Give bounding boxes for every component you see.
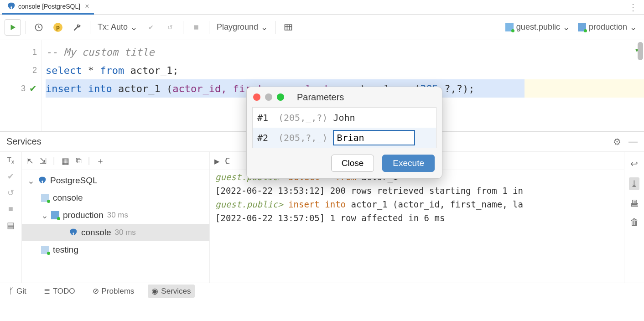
tree-label: console: [81, 228, 111, 238]
datasource-icon: [41, 194, 49, 202]
tabbar-overflow-icon[interactable]: ⋮: [628, 2, 642, 13]
tree-row[interactable]: console: [22, 189, 209, 207]
services-tab[interactable]: ◉Services: [148, 285, 194, 298]
playground-dropdown[interactable]: Playground ⌄: [214, 22, 270, 32]
run-button[interactable]: [5, 19, 21, 36]
datasource-icon: [41, 246, 49, 254]
param-pattern: (205,_,?): [278, 112, 327, 123]
problems-tab[interactable]: ⊘Problems: [89, 285, 138, 298]
output-toolbar: ↩ ⤓ 🖶 🗑: [624, 152, 644, 283]
chevron-down-icon: ⌄: [130, 22, 137, 32]
close-window-icon[interactable]: [253, 93, 260, 101]
check-icon: ✔: [29, 83, 37, 94]
rollback-icon[interactable]: ↺: [162, 19, 178, 36]
datasource-icon: [51, 211, 59, 219]
tool-window-bar: ᚶGit ≣TODO ⊘Problems ◉Services: [0, 283, 644, 299]
layout-icon[interactable]: ▤: [7, 220, 15, 230]
code-text: -- My custom title: [46, 47, 154, 58]
branch-icon: ᚶ: [9, 287, 14, 296]
add-tab-icon[interactable]: ⧉: [76, 156, 82, 166]
minimize-window-icon[interactable]: [265, 93, 272, 101]
zoom-window-icon[interactable]: [277, 93, 284, 101]
postgres-icon: [6, 2, 16, 11]
window-controls: [253, 93, 284, 101]
tree-row[interactable]: ⌄ PostgreSQL: [22, 172, 209, 189]
datasource-label: production: [589, 22, 627, 32]
p-badge[interactable]: p: [50, 19, 66, 36]
separator: [90, 21, 90, 34]
wrap-icon[interactable]: ↩: [630, 158, 638, 169]
schema-icon: [505, 23, 514, 31]
list-icon: ≣: [44, 286, 50, 296]
postgres-icon: [37, 176, 47, 185]
gear-icon[interactable]: ⚙: [613, 136, 621, 147]
git-tab[interactable]: ᚶGit: [5, 285, 30, 298]
datasource-dropdown[interactable]: production ⌄: [575, 22, 639, 32]
scroll-end-icon[interactable]: ⤓: [629, 177, 639, 190]
grid-icon[interactable]: ▦: [62, 156, 69, 166]
play-circle-icon: ◉: [151, 286, 158, 296]
param-row[interactable]: #1 (205,_,?) John: [253, 108, 436, 128]
tree-row-selected[interactable]: console 30 ms: [22, 224, 209, 241]
commit-icon[interactable]: ✔: [7, 171, 14, 181]
separator: [209, 21, 209, 34]
history-icon[interactable]: [31, 19, 47, 36]
gutter-line: 1: [0, 43, 42, 61]
gutter-line: 3✔: [0, 79, 42, 98]
separator: [26, 21, 26, 34]
services-title: Services: [6, 136, 42, 147]
tab-title: console [PostgreSQL]: [18, 3, 80, 10]
chevron-down-icon: ⌄: [41, 210, 47, 221]
console-toolbar: p Tx: Auto ⌄ ✔ ↺ Playground ⌄ guest.publ…: [0, 15, 644, 40]
schema-label: guest.public: [516, 22, 560, 32]
tree-label: PostgreSQL: [50, 176, 98, 186]
chevron-down-icon: ⌄: [630, 22, 637, 32]
output-text: [2022-06-22 13:53:12] 200 rows retrieved…: [210, 184, 624, 197]
editor-tab[interactable]: console [PostgreSQL] ×: [2, 0, 94, 15]
tree-row[interactable]: ⌄ production 30 ms: [22, 207, 209, 224]
separator: [275, 21, 275, 34]
param-value: John: [333, 112, 431, 123]
separator: [183, 21, 183, 34]
stop-icon[interactable]: ■: [8, 204, 13, 214]
todo-tab[interactable]: ≣TODO: [40, 285, 79, 298]
gutter: 1 2 3✔: [0, 40, 42, 131]
param-input[interactable]: [333, 130, 415, 145]
tree-row[interactable]: testing: [22, 241, 209, 259]
expand-icon[interactable]: ⇱: [26, 156, 33, 166]
close-icon[interactable]: ×: [85, 2, 89, 10]
tree-label: console: [53, 193, 83, 203]
execute-button[interactable]: Execute: [382, 155, 435, 172]
postgres-icon: [68, 228, 78, 237]
print-icon[interactable]: 🖶: [630, 198, 639, 209]
output-text: [2022-06-22 13:57:05] 1 row affected in …: [210, 211, 624, 225]
tx-mode-dropdown[interactable]: Tx: Auto ⌄: [95, 22, 140, 32]
param-index: #2: [257, 132, 273, 143]
output-play-icon[interactable]: ▶: [214, 156, 219, 166]
code-line: select * from actor_1;: [46, 61, 644, 79]
commit-icon[interactable]: ✔: [143, 19, 159, 36]
collapse-icon[interactable]: ⇲: [40, 156, 47, 166]
services-sidebar: Tx ✔ ↺ ■ ▤: [0, 152, 22, 283]
tx-icon[interactable]: Tx: [7, 155, 14, 165]
tree-time: 30 ms: [107, 211, 128, 220]
chevron-down-icon: ⌄: [27, 176, 34, 186]
schema-dropdown[interactable]: guest.public ⌄: [503, 22, 572, 32]
playground-label: Playground: [217, 22, 258, 32]
wrench-icon[interactable]: [69, 19, 85, 36]
param-pattern: (205,?,_): [278, 132, 327, 143]
trash-icon[interactable]: 🗑: [630, 217, 639, 228]
chevron-down-icon: ⌄: [563, 22, 570, 32]
scrollbar[interactable]: [638, 42, 643, 60]
minimize-icon[interactable]: —: [628, 136, 638, 147]
editor-tabbar: console [PostgreSQL] × ⋮: [0, 0, 644, 15]
tree-label: testing: [53, 245, 78, 255]
grid-icon[interactable]: [280, 19, 296, 36]
svg-rect-1: [194, 25, 198, 29]
rollback-icon[interactable]: ↺: [7, 188, 14, 198]
param-row[interactable]: #2 (205,?,_): [253, 128, 436, 148]
stop-icon[interactable]: [188, 19, 204, 36]
plus-icon[interactable]: ＋: [96, 155, 104, 166]
gutter-line: 2: [0, 61, 42, 79]
close-button[interactable]: Close: [331, 155, 374, 172]
